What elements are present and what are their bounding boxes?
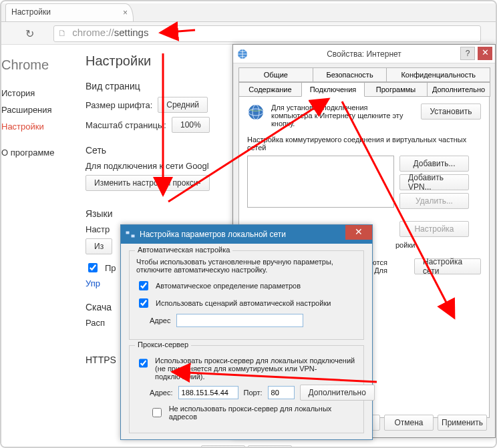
auto-detect-checkbox[interactable]	[139, 281, 148, 290]
sidebar: Chrome История Расширения Настройки О пр…	[1, 53, 75, 161]
bypass-local-checkbox[interactable]	[152, 408, 162, 417]
reload-icon[interactable]: ↻	[25, 27, 34, 40]
lan-titlebar: Настройка параметров локальной сети ✕	[121, 225, 372, 244]
lang-button[interactable]: Из	[86, 238, 112, 254]
add-button[interactable]: Добавить...	[399, 156, 469, 172]
close-button[interactable]: ✕	[478, 47, 492, 60]
auto-detect-label: Автоматическое определение параметров	[156, 282, 301, 290]
lan-title-text: Настройка параметров локальной сети	[140, 230, 286, 239]
lang-checkbox[interactable]	[88, 263, 98, 272]
toolbar: ↻ 🗋 chrome://settings	[1, 22, 496, 45]
globe-icon	[237, 49, 248, 59]
auto-config-title: Автоматическая настройка	[135, 246, 232, 254]
url-path: settings	[114, 27, 149, 38]
use-proxy-label: Использовать прокси-сервер для локальных…	[155, 357, 357, 381]
lan-ok-button[interactable]: ОК	[201, 445, 245, 448]
zoom-label: Масштаб страницы:	[86, 120, 166, 130]
sidebar-item-about[interactable]: О программе	[1, 144, 75, 161]
lang-chk-label: Пр	[105, 263, 116, 273]
tab-advanced[interactable]: Дополнительно	[427, 82, 490, 97]
auto-desc: Чтобы использовать установленные вручную…	[136, 258, 357, 274]
install-desc: Для установки подключения компьютера к И…	[271, 103, 405, 128]
bypass-label: Не использовать прокси-сервер для локаль…	[169, 405, 357, 421]
proxy-port-label: Порт:	[244, 389, 263, 397]
change-proxy-button[interactable]: Изменить настройки прокси-	[86, 175, 210, 191]
conn-settings-button[interactable]: Настройка	[399, 221, 469, 237]
install-button[interactable]: Установить	[421, 103, 481, 120]
delete-button[interactable]: Удалить...	[399, 193, 469, 209]
lan-cancel-button[interactable]: Отмена	[248, 445, 292, 448]
close-icon[interactable]: ×	[123, 8, 128, 17]
brand-label: Chrome	[1, 57, 75, 73]
sidebar-item-settings[interactable]: Настройки	[1, 118, 75, 135]
svg-rect-4	[126, 231, 130, 234]
svg-rect-5	[131, 234, 135, 238]
lan-settings-button[interactable]: Настройка сети	[414, 258, 481, 274]
add-vpn-button[interactable]: Добавить VPN...	[399, 174, 469, 190]
dialog-title: Свойства: Интернет	[327, 49, 401, 59]
proxy-group: Прокси-сервер Использовать прокси-сервер…	[129, 345, 364, 433]
zoom-select[interactable]: 100%	[172, 117, 210, 133]
proxy-advanced-button[interactable]: Дополнительно	[300, 385, 375, 401]
svg-point-1	[248, 105, 263, 120]
sidebar-item-extensions[interactable]: Расширения	[1, 101, 75, 118]
lan-close-button[interactable]: ✕	[345, 225, 372, 240]
tab-privacy[interactable]: Конфиденциальность	[386, 67, 490, 82]
globe-icon	[247, 103, 265, 121]
url-prefix: chrome://	[72, 27, 114, 38]
tab-connections[interactable]: Подключения	[301, 82, 365, 97]
font-size-select[interactable]: Средний	[158, 97, 208, 113]
lan-hint: ройки	[395, 241, 481, 249]
proxy-title: Прокси-сервер	[135, 341, 191, 349]
proxy-addr-label: Адрес:	[150, 389, 173, 397]
cancel-button[interactable]: Отмена	[384, 415, 434, 431]
url-input[interactable]: 🗋 chrome://settings	[53, 25, 481, 42]
auto-config-group: Автоматическая настройка Чтобы использов…	[129, 250, 364, 340]
help-button[interactable]: ?	[460, 47, 475, 60]
dialog-titlebar: Свойства: Интернет ? ✕	[233, 45, 495, 63]
font-label: Размер шрифта:	[86, 100, 152, 110]
tab-bar: Настройки ×	[1, 3, 496, 22]
script-address-input[interactable]	[176, 314, 303, 327]
lan-settings-dialog: Настройка параметров локальной сети ✕ Ав…	[120, 224, 373, 440]
tab-content[interactable]: Содержание	[238, 82, 302, 97]
sidebar-item-history[interactable]: История	[1, 85, 75, 101]
proxy-address-input[interactable]	[178, 386, 238, 399]
apply-button[interactable]: Применить	[438, 415, 487, 431]
auto-script-label: Использовать сценарий автоматической нас…	[156, 299, 331, 307]
connections-listbox[interactable]	[247, 156, 394, 208]
use-proxy-checkbox[interactable]	[139, 359, 148, 368]
tab-general[interactable]: Общие	[238, 67, 313, 82]
network-icon	[125, 229, 136, 240]
tab-programs[interactable]: Программы	[364, 82, 428, 97]
dialup-title: Настройка коммутируемого соединения и ви…	[247, 136, 481, 152]
auto-script-checkbox[interactable]	[139, 298, 148, 308]
page-icon: 🗋	[58, 28, 67, 38]
tab-security[interactable]: Безопасность	[313, 67, 387, 82]
browser-tab[interactable]: Настройки ×	[5, 3, 134, 21]
proxy-port-input[interactable]	[268, 386, 295, 399]
tab-title: Настройки	[11, 7, 51, 17]
script-address-label: Адрес	[150, 316, 171, 324]
